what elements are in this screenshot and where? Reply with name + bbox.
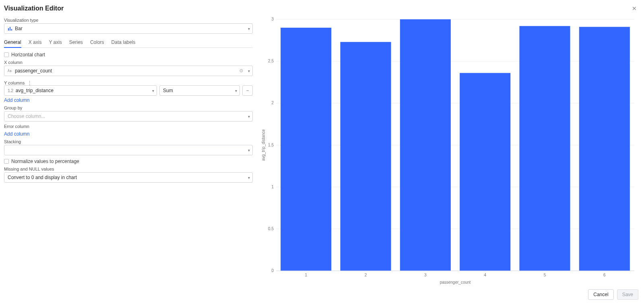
missing-select[interactable]: Convert to 0 and display in chart ▾ (4, 172, 253, 183)
xcol-label: X column (4, 60, 253, 65)
groupby-select[interactable]: Choose column... ▾ (4, 111, 253, 122)
viz-type-label: Visualization type (4, 18, 253, 23)
normalize-checkbox-row[interactable]: Normalize values to percentage (4, 159, 253, 164)
y-tick-label: 2.5 (268, 59, 274, 63)
horizontal-checkbox-row[interactable]: Horizontal chart (4, 52, 253, 58)
bar (340, 42, 391, 271)
add-y-column-link[interactable]: Add column (4, 97, 253, 103)
tab-general[interactable]: General (4, 38, 21, 47)
svg-rect-1 (10, 27, 10, 31)
xcol-value: passenger_count (15, 68, 52, 74)
chevron-down-icon: ▾ (152, 89, 154, 93)
close-icon[interactable]: ✕ (630, 4, 638, 13)
chevron-down-icon: ▾ (248, 148, 250, 153)
x-tick-label: 4 (484, 273, 486, 277)
horizontal-label: Horizontal chart (11, 52, 45, 58)
y-tick-label: 1 (271, 185, 274, 189)
add-error-column-link[interactable]: Add column (4, 131, 253, 137)
chevron-down-icon: ▾ (248, 69, 250, 73)
errorcol-label: Error column (4, 124, 253, 129)
bar (579, 27, 630, 271)
groupby-placeholder: Choose column... (8, 113, 45, 119)
viz-type-select[interactable]: Bar ▾ (4, 23, 253, 34)
remove-ycol-button[interactable]: − (242, 85, 253, 96)
bar-chart: 00.511.522.53123456passenger_countavg_tr… (260, 15, 638, 288)
y-axis-title: avg_trip_distance (261, 129, 266, 161)
svg-rect-2 (11, 29, 12, 31)
horizontal-checkbox[interactable] (4, 52, 9, 57)
chart-preview: 00.511.522.53123456passenger_countavg_tr… (260, 15, 638, 288)
config-panel: Visualization type Bar ▾ GeneralX axisY … (4, 15, 253, 288)
stacking-select[interactable]: ▾ (4, 145, 253, 155)
xcol-select[interactable]: A B passenger_count ⚙ ▾ (4, 66, 253, 76)
y-tick-label: 2 (271, 101, 274, 105)
svg-text:B: B (10, 70, 12, 73)
ycol-value: avg_trip_distance (16, 88, 54, 93)
tab-colors[interactable]: Colors (90, 38, 104, 47)
missing-value: Convert to 0 and display in chart (8, 175, 77, 180)
svg-rect-0 (8, 28, 9, 31)
missing-label: Missing and NULL values (4, 167, 253, 171)
bar (519, 26, 570, 271)
kebab-icon[interactable]: ⋮ (27, 80, 32, 85)
bar (460, 73, 510, 271)
normalize-label: Normalize values to percentage (11, 159, 79, 164)
tab-series[interactable]: Series (69, 38, 83, 47)
number-column-icon: 1.2 (8, 88, 13, 93)
x-tick-label: 5 (544, 273, 546, 277)
y-tick-label: 0.5 (268, 227, 274, 231)
y-tick-label: 3 (271, 17, 274, 21)
x-tick-label: 2 (365, 273, 367, 277)
groupby-label: Group by (4, 105, 253, 110)
x-tick-label: 3 (424, 273, 427, 277)
stacking-label: Stacking (4, 139, 253, 144)
x-axis-title: passenger_count (440, 280, 471, 284)
y-tick-label: 1.5 (268, 143, 274, 147)
tab-x-axis[interactable]: X axis (29, 38, 42, 47)
chevron-down-icon: ▾ (248, 27, 250, 31)
ycols-label: Y columns (4, 80, 25, 85)
x-column-icon: A B (8, 68, 12, 73)
svg-text:A: A (8, 69, 10, 73)
chevron-down-icon: ▾ (248, 175, 250, 180)
bar-chart-icon (8, 26, 12, 31)
chevron-down-icon: ▾ (248, 114, 250, 119)
page-title: Visualization Editor (4, 5, 64, 12)
save-button: Save (617, 289, 638, 300)
y-tick-label: 0 (271, 268, 274, 273)
x-tick-label: 1 (305, 273, 307, 277)
bar (281, 28, 331, 271)
ycol-agg-value: Sum (163, 88, 173, 93)
gear-icon[interactable]: ⚙ (239, 68, 244, 74)
x-tick-label: 6 (603, 273, 606, 277)
normalize-checkbox[interactable] (4, 159, 9, 164)
tab-y-axis[interactable]: Y axis (49, 38, 62, 47)
ycol-select[interactable]: 1.2avg_trip_distance▾ (4, 85, 157, 96)
bar (400, 19, 451, 271)
chevron-down-icon: ▾ (235, 89, 237, 93)
tab-data-labels[interactable]: Data labels (111, 38, 136, 47)
cancel-button[interactable]: Cancel (588, 289, 613, 300)
ycol-agg-select[interactable]: Sum▾ (159, 85, 240, 96)
viz-type-value: Bar (15, 26, 23, 31)
